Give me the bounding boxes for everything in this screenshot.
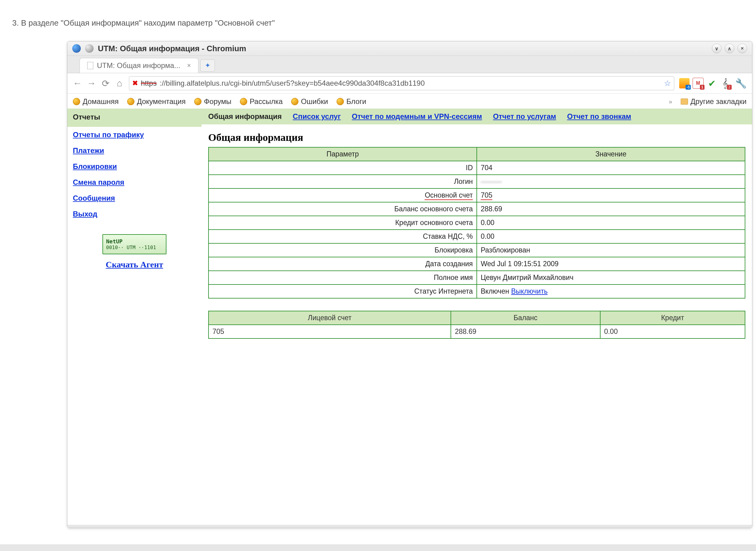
minimize-button[interactable]: ∨ [712, 44, 722, 53]
info-param: Статус Интернета [208, 285, 477, 298]
page-title: Общая информация [208, 132, 745, 143]
subtab-general[interactable]: Общая информация [208, 112, 282, 121]
new-tab-button[interactable]: ✦ [200, 59, 215, 72]
window-menu-icon[interactable] [85, 44, 94, 53]
info-row: Полное имяЦевун Дмитрий Михайлович [208, 271, 745, 285]
info-table: Параметр Значение ID704Логин———Основной … [208, 147, 745, 299]
acct-row: 705 288.69 0.00 [208, 325, 745, 339]
bookmark-blogs[interactable]: Блоги [336, 97, 366, 106]
sidebar-item-messages[interactable]: Сообщения [67, 190, 201, 206]
bookmark-forums[interactable]: Форумы [194, 97, 231, 106]
browser-tab[interactable]: UTM: Общая информа... × [80, 58, 198, 73]
bookmark-icon [127, 98, 134, 105]
tab-title: UTM: Общая информа... [97, 61, 180, 70]
acct-th-0: Лицевой счет [208, 311, 451, 325]
window-titlebar: UTM: Общая информация - Chromium ∨ ∧ × [67, 41, 752, 56]
checkmark-extension-icon[interactable]: ✔ [707, 78, 717, 88]
settings-wrench-icon[interactable]: 🔧 [735, 78, 747, 89]
info-row: Статус ИнтернетаВключен Выключить [208, 285, 745, 298]
bookmark-star-icon[interactable]: ☆ [664, 79, 671, 88]
internet-toggle-link[interactable]: Выключить [511, 287, 548, 295]
bookmark-label: Домашняя [83, 97, 119, 106]
netup-badge: NetUP 0010·· UTM ··1101 [102, 234, 166, 254]
info-value: Wed Jul 1 09:15:51 2009 [477, 257, 745, 271]
other-bookmarks-folder[interactable]: Другие закладки [681, 97, 747, 106]
bookmark-icon [240, 98, 247, 105]
chromium-icon [72, 44, 81, 53]
bookmarks-overflow[interactable]: » [669, 98, 672, 105]
info-row: Основной счет705 [208, 188, 745, 202]
instruction-text: 3. В разделе "Общая информация" находим … [12, 18, 275, 28]
window-footer [67, 525, 752, 528]
weather-extension-icon[interactable] [679, 78, 690, 88]
download-agent[interactable]: Скачать Агент [67, 260, 201, 269]
sidebar-item-logout[interactable]: Выход [67, 206, 201, 222]
info-value: Цевун Дмитрий Михайлович [477, 271, 745, 285]
bookmark-label: Ошибки [301, 97, 328, 106]
info-value: 288.69 [477, 202, 745, 216]
netup-line1: NetUP [106, 238, 122, 244]
music-extension-icon[interactable]: 𝄞 [720, 78, 730, 88]
info-param: Блокировка [208, 243, 477, 257]
bookmark-docs[interactable]: Документация [127, 97, 186, 106]
info-value: 0.00 [477, 229, 745, 243]
folder-icon [681, 98, 688, 105]
info-param: Ставка НДС, % [208, 229, 477, 243]
info-row: Кредит основного счета0.00 [208, 216, 745, 229]
info-param: Основной счет [208, 188, 477, 202]
maximize-button[interactable]: ∧ [725, 44, 734, 53]
info-row: Ставка НДС, %0.00 [208, 229, 745, 243]
accounts-table: Лицевой счет Баланс Кредит 705 288.69 0.… [208, 311, 745, 339]
bookmark-bugs[interactable]: Ошибки [291, 97, 328, 106]
forward-button[interactable]: → [87, 78, 96, 88]
sidebar-item-traffic[interactable]: Отчеты по трафику [67, 127, 201, 143]
acct-cell-balance: 288.69 [451, 325, 600, 339]
close-window-button[interactable]: × [737, 44, 747, 53]
bookmark-icon [73, 98, 80, 105]
bookmark-icon [194, 98, 201, 105]
sidebar-header: Отчеты [67, 108, 201, 126]
home-button[interactable]: ⌂ [115, 78, 124, 88]
bookmark-icon [291, 98, 298, 105]
info-param: Баланс основного счета [208, 202, 477, 216]
bookmarks-bar: Домашняя Документация Форумы Рассылка Ош… [67, 94, 752, 110]
info-value: Включен Выключить [477, 285, 745, 298]
tab-strip: UTM: Общая информа... × ✦ [67, 56, 752, 73]
sidebar-item-password[interactable]: Смена пароля [67, 174, 201, 190]
close-tab-icon[interactable]: × [187, 62, 191, 69]
gmail-extension-icon[interactable]: M [693, 78, 704, 89]
insecure-icon: ✖ [132, 79, 138, 87]
other-bookmarks-label: Другие закладки [690, 97, 747, 106]
acct-th-1: Баланс [451, 311, 600, 325]
back-button[interactable]: ← [73, 78, 82, 88]
bookmark-mailing[interactable]: Рассылка [240, 97, 282, 106]
window-title: UTM: Общая информация - Chromium [98, 44, 246, 53]
info-param: Логин [208, 175, 477, 188]
bookmark-label: Документация [137, 97, 186, 106]
subtab-services[interactable]: Список услуг [293, 112, 341, 121]
info-th-value: Значение [477, 147, 745, 161]
acct-cell-account: 705 [208, 325, 451, 339]
info-param: Дата создания [208, 257, 477, 271]
bookmark-home[interactable]: Домашняя [73, 97, 119, 106]
sidebar-item-blocks[interactable]: Блокировки [67, 158, 201, 174]
info-param: Кредит основного счета [208, 216, 477, 229]
acct-cell-credit: 0.00 [600, 325, 745, 339]
sub-tabs: Общая информация Список услуг Отчет по м… [201, 108, 752, 124]
info-value: ——— [477, 175, 745, 188]
bookmark-label: Рассылка [250, 97, 282, 106]
sidebar-item-payments[interactable]: Платежи [67, 143, 201, 158]
nav-toolbar: ← → ⟳ ⌂ ✖ https ://billing.alfatelplus.r… [67, 73, 752, 94]
netup-line2: 0010·· UTM ··1101 [106, 244, 156, 250]
info-row: БлокировкаРазблокирован [208, 243, 745, 257]
extension-icons: M ✔ 𝄞 [679, 78, 730, 89]
info-value: 704 [477, 161, 745, 175]
info-row: Дата созданияWed Jul 1 09:15:51 2009 [208, 257, 745, 271]
subtab-vpn[interactable]: Отчет по модемным и VPN-сессиям [352, 112, 482, 121]
subtab-service-report[interactable]: Отчет по услугам [493, 112, 556, 121]
info-row: Логин——— [208, 175, 745, 188]
reload-button[interactable]: ⟳ [101, 78, 110, 89]
info-row: ID704 [208, 161, 745, 175]
subtab-calls[interactable]: Отчет по звонкам [567, 112, 631, 121]
address-bar[interactable]: ✖ https ://billing.alfatelplus.ru/cgi-bi… [129, 76, 674, 90]
